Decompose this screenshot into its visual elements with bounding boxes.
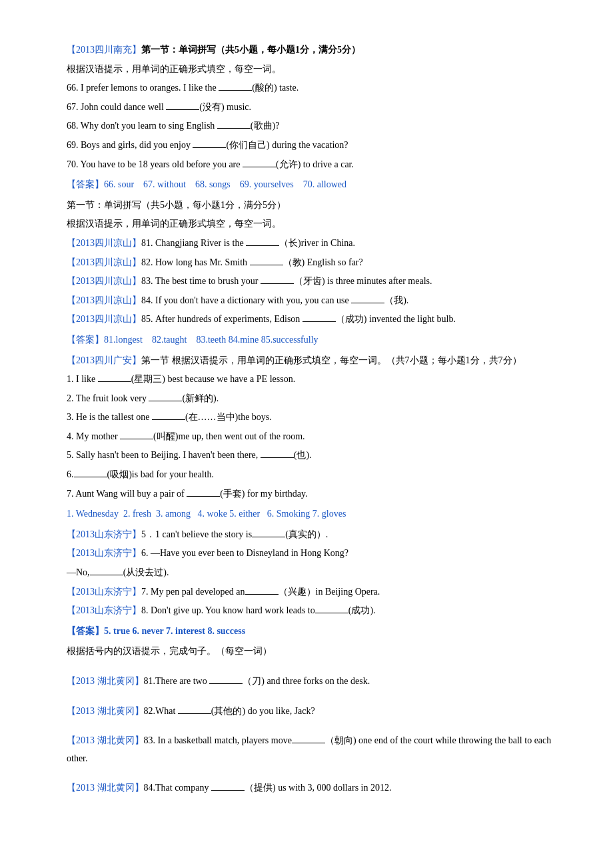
huangang82: 【2013 湖北黄冈】82.What (其他的) do you like, Ja…: [67, 703, 560, 721]
ga5: 5. Sally hasn't been to Beijing. I haven…: [67, 447, 560, 465]
q67: 67. John could dance well (没有) music.: [67, 99, 560, 117]
blank-66: [219, 90, 252, 91]
huangang84-bracket: 【2013 湖北黄冈】: [67, 783, 144, 793]
blank-jn6: [90, 575, 123, 575]
blank-ga2: [149, 401, 182, 401]
liangshan82-bracket: 【2013四川凉山】: [67, 257, 141, 267]
q68: 68. Why don't you learn to sing English …: [67, 117, 560, 135]
liangshan85-bracket: 【2013四川凉山】: [67, 314, 141, 324]
blank-ga6: [74, 477, 107, 477]
nanchong-bracket: 【2013四川南充】: [67, 45, 141, 55]
huangang83: 【2013 湖北黄冈】83. In a basketball match, pl…: [67, 732, 560, 767]
jining51: 【2013山东济宁】5．1 can't believe the story is…: [67, 526, 560, 544]
page-content: 【2013四川南充】第一节：单词拼写（共5小题，每小题1分，满分5分） 根据汉语…: [67, 41, 560, 797]
blank-ga4: [120, 439, 153, 439]
blank-ga5: [261, 457, 294, 458]
jining6-bracket: 【2013山东济宁】: [67, 548, 141, 558]
liangshan83: 【2013四川凉山】83. The best time to brush you…: [67, 273, 560, 291]
jining7: 【2013山东济宁】7. My pen pal developed an（兴趣）…: [67, 583, 560, 601]
blank-82a: [250, 265, 283, 265]
bracket-instruction: 根据括号内的汉语提示，完成句子。（每空一词）: [67, 643, 560, 661]
huangang81-bracket: 【2013 湖北黄冈】: [67, 676, 144, 686]
blank-hg83: [292, 743, 325, 743]
blank-ga7: [187, 496, 220, 497]
jining8-bracket: 【2013山东济宁】: [67, 605, 141, 615]
ga4: 4. My mother (叫醒)me up, then went out of…: [67, 428, 560, 446]
liangshan84: 【2013四川凉山】84. If you don't have a dictio…: [67, 292, 560, 310]
ga6: 6.(吸烟)is bad for your health.: [67, 466, 560, 484]
blank-85a: [303, 321, 336, 322]
blank-ga3: [152, 419, 185, 420]
ga7: 7. Aunt Wang will buy a pair of (手套) for…: [67, 485, 560, 503]
nanchong-answer: 【答案】66. sour 67. without 68. songs 69. y…: [67, 176, 560, 194]
guangan-header: 【2013四川广安】第一节 根据汉语提示，用单词的正确形式填空，每空一词。（共7…: [67, 352, 560, 370]
jining51-bracket: 【2013山东济宁】: [67, 529, 141, 539]
huangang82-bracket: 【2013 湖北黄冈】: [67, 706, 144, 716]
q70: 70. You have to be 18 years old before y…: [67, 156, 560, 174]
huangang83-bracket: 【2013 湖北黄冈】: [67, 735, 144, 745]
blank-83a: [261, 283, 294, 284]
q69: 69. Boys and girls, did you enjoy (你们自己)…: [67, 137, 560, 155]
blank-69: [193, 147, 226, 148]
huangang84: 【2013 湖北黄冈】84.That company （提供) us with …: [67, 779, 560, 797]
blank-67: [166, 109, 199, 110]
blank-hg84: [211, 790, 245, 791]
blank-jn5: [252, 537, 285, 537]
liangshan82: 【2013四川凉山】82. How long has Mr. Smith （教)…: [67, 254, 560, 272]
liangshan81: 【2013四川凉山】81. Changjiang River is the （长…: [67, 235, 560, 253]
blank-ga1: [98, 381, 131, 382]
guangan-answer: 1. Wednesday 2. fresh 3. among 4. woke 5…: [67, 505, 560, 523]
ga2: 2. The fruit look very (新鲜的).: [67, 390, 560, 408]
liangshan84-bracket: 【2013四川凉山】: [67, 295, 141, 305]
liangshan83-bracket: 【2013四川凉山】: [67, 276, 141, 286]
nanchong-instruction: 根据汉语提示，用单词的正确形式填空，每空一词。: [67, 61, 560, 79]
jining8: 【2013山东济宁】8. Don't give up. You know har…: [67, 602, 560, 620]
jining7-bracket: 【2013山东济宁】: [67, 587, 141, 597]
blank-jn7: [245, 594, 279, 595]
jining6-sub: —No,(从没去过).: [67, 564, 560, 582]
nanchong-header: 【2013四川南充】第一节：单词拼写（共5小题，每小题1分，满分5分）: [67, 41, 560, 59]
guangan-bracket: 【2013四川广安】: [67, 355, 141, 365]
instruction-2: 根据汉语提示，用单词的正确形式填空，每空一词。: [67, 215, 560, 233]
huangang81: 【2013 湖北黄冈】81.There are two （刀) and thre…: [67, 673, 560, 691]
blank-84a: [351, 303, 384, 303]
jining6: 【2013山东济宁】6. —Have you ever been to Disn…: [67, 545, 560, 563]
blank-70: [243, 167, 276, 167]
ga3: 3. He is the tallest one (在……当中)the boys…: [67, 409, 560, 427]
ga1: 1. I like (星期三) best because we have a P…: [67, 371, 560, 389]
liangshan-answer: 【答案】81.longest 82.taught 83.teeth 84.min…: [67, 331, 560, 349]
liangshan85: 【2013四川凉山】85. After hundreds of experime…: [67, 311, 560, 329]
blank-hg82: [178, 713, 211, 714]
liangshan81-bracket: 【2013四川凉山】: [67, 238, 141, 248]
blank-68: [217, 128, 251, 129]
blank-jn8: [315, 613, 348, 613]
q66: 66. I prefer lemons to oranges. I like t…: [67, 79, 560, 97]
section-plain-title: 第一节：单词拼写（共5小题，每小题1分，满分5分）: [67, 197, 560, 215]
blank-81a: [246, 245, 279, 246]
jining-answer: 【答案】5. true 6. never 7. interest 8. succ…: [67, 623, 560, 641]
blank-hg81: [209, 683, 243, 684]
